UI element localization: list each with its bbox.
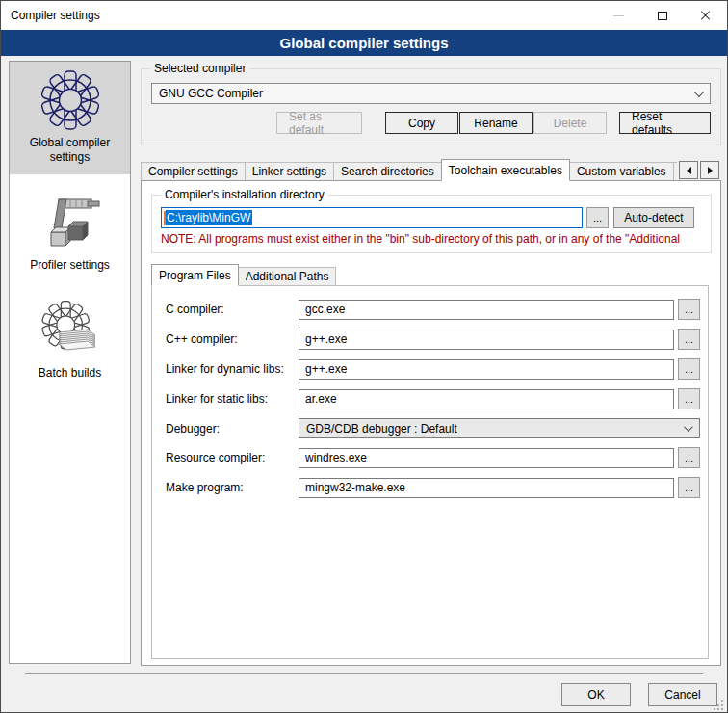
set-as-default-button[interactable]: Set as default <box>276 112 362 134</box>
installation-path-value: C:\raylib\MinGW <box>166 210 252 225</box>
blue-gear-icon <box>39 69 101 131</box>
sidebar-item-label: Batch builds <box>13 366 126 381</box>
installation-note: NOTE: All programs must exist either in … <box>161 232 694 246</box>
linker-dynamic-input[interactable] <box>299 359 674 380</box>
debugger-select-value: GDB/CDB debugger : Default <box>306 422 457 436</box>
program-files-tabstrip: Program Files Additional Paths <box>151 265 709 286</box>
arrow-left-icon <box>687 167 691 174</box>
field-row-resource-compiler: Resource compiler: ... <box>166 447 700 468</box>
sidebar-item-label: Profiler settings <box>13 258 126 273</box>
tabs-scroll-area: Compiler settings Linker settings Search… <box>141 159 677 181</box>
minimize-icon <box>613 15 624 16</box>
tab-compiler-settings[interactable]: Compiler settings <box>141 162 246 181</box>
window-controls <box>597 1 727 30</box>
compiler-select-value: GNU GCC Compiler <box>159 87 263 100</box>
sidebar-item-profiler-settings[interactable]: Profiler settings <box>10 184 130 282</box>
tab-scroll-buttons <box>679 161 719 179</box>
minimize-button[interactable] <box>597 1 640 30</box>
tab-search-directories[interactable]: Search directories <box>333 162 442 181</box>
selected-compiler-legend: Selected compiler <box>150 62 249 75</box>
settings-category-list: Global compiler settings <box>9 61 131 664</box>
subtab-program-files[interactable]: Program Files <box>151 264 239 286</box>
browse-linker-dynamic-button[interactable]: ... <box>678 358 700 380</box>
caliper-icon <box>39 192 101 253</box>
installation-path-row: C:\raylib\MinGW ... Auto-detect <box>161 207 694 228</box>
close-button[interactable] <box>684 1 727 30</box>
program-files-panel: C compiler: ... C++ compiler: ... Linker… <box>151 285 709 659</box>
browse-directory-button[interactable]: ... <box>586 207 609 228</box>
field-row-linker-static: Linker for static libs: ... <box>166 388 700 409</box>
tab-toolchain-executables[interactable]: Toolchain executables <box>441 159 570 181</box>
maximize-icon <box>658 12 667 20</box>
reset-defaults-button[interactable]: Reset defaults <box>619 112 711 134</box>
field-label: C++ compiler: <box>166 332 299 346</box>
compiler-select[interactable]: GNU GCC Compiler <box>151 83 711 104</box>
make-program-input[interactable] <box>299 478 674 498</box>
field-row-cpp-compiler: C++ compiler: ... <box>166 329 700 350</box>
field-label: Make program: <box>166 481 299 494</box>
arrow-right-icon <box>708 167 713 174</box>
installation-directory-legend: Compiler's installation directory <box>161 188 328 201</box>
browse-cpp-compiler-button[interactable]: ... <box>678 329 700 350</box>
tab-scroll-right-button[interactable] <box>700 161 719 179</box>
debugger-select[interactable]: GDB/CDB debugger : Default <box>299 418 700 438</box>
footer-divider <box>25 673 703 674</box>
copy-button[interactable]: Copy <box>385 112 458 134</box>
ok-button[interactable]: OK <box>561 683 631 706</box>
footer-buttons: OK Cancel <box>561 683 717 706</box>
sidebar-item-global-compiler-settings[interactable]: Global compiler settings <box>10 62 130 174</box>
resource-compiler-input[interactable] <box>299 448 674 468</box>
field-row-linker-dynamic: Linker for dynamic libs: ... <box>166 358 700 380</box>
field-row-debugger: Debugger: GDB/CDB debugger : Default <box>166 418 700 438</box>
field-row-c-compiler: C compiler: ... <box>166 299 700 320</box>
tab-build-options[interactable]: Build <box>673 162 677 181</box>
maximize-button[interactable] <box>640 1 684 30</box>
compiler-buttons-row: Set as default Copy Rename Delete Reset … <box>151 112 711 134</box>
field-label: Linker for dynamic libs: <box>166 362 299 376</box>
program-files-notebook: Program Files Additional Paths C compile… <box>151 265 709 659</box>
chevron-down-icon <box>684 422 693 432</box>
titlebar: Compiler settings <box>1 1 727 30</box>
subtab-additional-paths[interactable]: Additional Paths <box>238 267 337 286</box>
toolchain-executables-panel: Compiler's installation directory C:\ray… <box>141 180 721 666</box>
page-title: Global compiler settings <box>1 30 727 56</box>
browse-make-program-button[interactable]: ... <box>678 477 700 498</box>
installation-directory-group: Compiler's installation directory C:\ray… <box>151 195 712 253</box>
tab-custom-variables[interactable]: Custom variables <box>569 162 674 181</box>
tab-linker-settings[interactable]: Linker settings <box>245 162 334 181</box>
delete-button[interactable]: Delete <box>533 112 607 134</box>
browse-linker-static-button[interactable]: ... <box>678 388 700 409</box>
field-label: Linker for static libs: <box>166 392 299 406</box>
cancel-button[interactable]: Cancel <box>648 683 717 706</box>
cpp-compiler-input[interactable] <box>299 330 674 350</box>
chevron-down-icon <box>694 88 704 97</box>
compiler-settings-dialog: Compiler settings Global compiler settin… <box>0 0 728 713</box>
rename-button[interactable]: Rename <box>459 112 533 134</box>
main-panel: Selected compiler GNU GCC Compiler Set a… <box>141 61 721 666</box>
tab-scroll-left-button[interactable] <box>679 161 698 179</box>
browse-resource-compiler-button[interactable]: ... <box>678 447 700 468</box>
c-compiler-input[interactable] <box>299 300 674 320</box>
field-label: Resource compiler: <box>166 451 299 464</box>
window-title: Compiler settings <box>11 9 100 22</box>
settings-tabstrip: Compiler settings Linker settings Search… <box>141 159 721 181</box>
close-icon <box>700 10 712 21</box>
auto-detect-button[interactable]: Auto-detect <box>613 207 694 228</box>
installation-path-input[interactable]: C:\raylib\MinGW <box>161 207 583 228</box>
sidebar-item-batch-builds[interactable]: Batch builds <box>10 292 130 390</box>
resize-grip[interactable] <box>714 700 723 710</box>
selected-compiler-group: Selected compiler GNU GCC Compiler Set a… <box>141 68 721 145</box>
field-label: C compiler: <box>166 303 299 316</box>
dialog-content: Global compiler settings <box>1 56 727 713</box>
browse-c-compiler-button[interactable]: ... <box>678 299 700 320</box>
field-row-make-program: Make program: ... <box>166 477 700 498</box>
linker-static-input[interactable] <box>299 389 674 409</box>
field-label: Debugger: <box>166 422 299 436</box>
sidebar-item-label: Global compiler settings <box>13 136 126 165</box>
gear-papers-icon <box>39 300 101 361</box>
